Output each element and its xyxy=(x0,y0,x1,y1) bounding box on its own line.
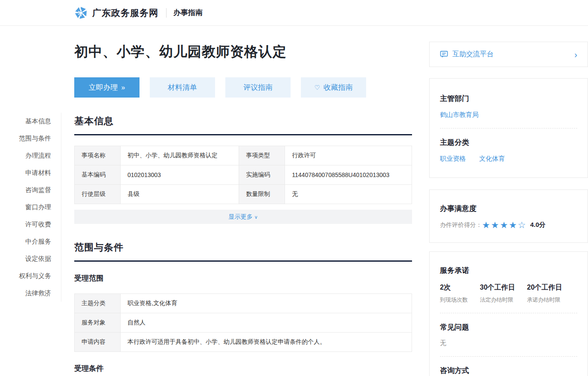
basic-info-heading: 基本信息 xyxy=(74,115,412,135)
sidebar-item-process[interactable]: 办理流程 xyxy=(0,147,61,164)
cell-label: 事项类型 xyxy=(239,146,285,165)
cell-label: 基本编码 xyxy=(75,165,121,185)
chat-icon xyxy=(440,50,448,58)
main-content: 初中、小学、幼儿园教师资格认定 立即办理 » 材料清单 评议指南 ♡ 收藏指南 … xyxy=(74,42,412,376)
cell-value: 本行政许可适用于具备初中、小学、幼儿园教师资格认定申请条件的个人。 xyxy=(121,333,412,352)
stat-promised-deadline: 20个工作日 承诺办结时限 xyxy=(527,283,562,304)
stat-label: 法定办结时限 xyxy=(480,296,515,304)
sidebar-item-license-fees[interactable]: 许可收费 xyxy=(0,216,61,233)
site-logo-icon xyxy=(74,6,88,20)
stat-legal-deadline: 30个工作日 法定办结时限 xyxy=(480,283,515,304)
apply-now-label: 立即办理 xyxy=(89,83,118,92)
chevron-right-icon: › xyxy=(574,50,577,59)
review-guide-button[interactable]: 评议指南 xyxy=(225,77,291,98)
mutual-exchange-platform-card[interactable]: 互助交流平台 › xyxy=(429,42,588,67)
table-row: 事项名称 初中、小学、幼儿园教师资格认定 事项类型 行政许可 xyxy=(75,146,412,165)
right-sidebar: 互助交流平台 › 主管部门 鹤山市教育局 主题分类 职业资格 文化体育 办事满意… xyxy=(429,42,588,376)
basic-info-table: 事项名称 初中、小学、幼儿园教师资格认定 事项类型 行政许可 基本编码 0102… xyxy=(74,146,412,204)
apply-now-button[interactable]: 立即办理 » xyxy=(74,77,139,98)
review-guide-label: 评议指南 xyxy=(243,83,273,92)
cell-value: 自然人 xyxy=(121,313,412,333)
site-title: 广东政务服务网 xyxy=(92,7,158,19)
acceptance-conditions-subheading: 受理条件 xyxy=(74,364,412,373)
materials-list-button[interactable]: 材料清单 xyxy=(150,77,215,98)
sidebar-item-scope-conditions[interactable]: 范围与条件 xyxy=(0,130,61,147)
stat-value: 20个工作日 xyxy=(527,283,562,292)
stat-label: 承诺办结时限 xyxy=(527,296,562,304)
sidebar-item-window-handling[interactable]: 窗口办理 xyxy=(0,199,61,216)
table-row: 主题分类 职业资格,文化体育 xyxy=(75,294,412,313)
materials-list-label: 材料清单 xyxy=(168,83,197,92)
sidebar-item-consult-supervision[interactable]: 咨询监督 xyxy=(0,181,61,199)
department-topics-card: 主管部门 鹤山市教育局 主题分类 职业资格 文化体育 xyxy=(429,78,588,178)
cell-label: 数量限制 xyxy=(239,185,285,204)
table-row: 服务对象 自然人 xyxy=(75,313,412,333)
header-subtitle: 办事指南 xyxy=(173,8,203,18)
topic-link-vocational[interactable]: 职业资格 xyxy=(440,155,466,163)
cell-value: 职业资格,文化体育 xyxy=(121,294,412,313)
cell-value: 0102013003 xyxy=(121,165,239,185)
sidebar-item-rights-obligations[interactable]: 权利与义务 xyxy=(0,267,61,284)
platform-label: 互助交流平台 xyxy=(452,50,574,59)
table-row: 基本编码 0102013003 实施编码 11440784007085588U4… xyxy=(75,165,412,185)
favorite-guide-label: 收藏指南 xyxy=(324,83,353,92)
faq-heading: 常见问题 xyxy=(440,322,577,332)
table-row: 行使层级 县级 数量限制 无 xyxy=(75,185,412,204)
star-rating-icons: ★★★★☆ xyxy=(482,220,527,229)
cell-label: 事项名称 xyxy=(75,146,121,165)
double-arrow-icon: » xyxy=(121,84,125,92)
dashed-divider xyxy=(440,356,577,357)
cell-label: 主题分类 xyxy=(75,294,121,313)
sidebar-item-intermediary-services[interactable]: 中介服务 xyxy=(0,233,61,250)
cell-value: 县级 xyxy=(121,185,239,204)
cell-label: 申请内容 xyxy=(75,333,121,352)
stat-label: 到现场次数 xyxy=(440,296,468,304)
cell-label: 服务对象 xyxy=(75,313,121,333)
stat-site-visits: 2次 到现场次数 xyxy=(440,283,468,304)
sidebar-item-legal-remedy[interactable]: 法律救济 xyxy=(0,284,61,302)
page-title: 初中、小学、幼儿园教师资格认定 xyxy=(74,42,412,61)
favorite-guide-button[interactable]: ♡ 收藏指南 xyxy=(301,77,366,98)
faq-value: 无 xyxy=(440,339,577,347)
service-commitment-card: 服务承诺 2次 到现场次数 30个工作日 法定办结时限 20个工作日 承诺办结时… xyxy=(429,251,588,376)
cell-value: 行政许可 xyxy=(285,146,412,165)
scope-conditions-heading: 范围与条件 xyxy=(74,241,412,262)
commitment-heading: 服务承诺 xyxy=(440,266,577,275)
stat-value: 30个工作日 xyxy=(480,283,515,292)
satisfaction-card: 办事满意度 办件评价得分： ★★★★☆ 4.0分 xyxy=(429,190,588,243)
topics-heading: 主题分类 xyxy=(440,138,577,147)
table-row: 申请内容 本行政许可适用于具备初中、小学、幼儿园教师资格认定申请条件的个人。 xyxy=(75,333,412,352)
dashed-divider xyxy=(440,128,577,128)
show-more-label: 显示更多 xyxy=(228,213,252,220)
cell-label: 行使层级 xyxy=(75,185,121,204)
stat-value: 2次 xyxy=(440,283,468,292)
cell-label: 实施编码 xyxy=(239,165,285,185)
sidebar-item-basic-info[interactable]: 基本信息 xyxy=(0,113,61,130)
rating-label: 办件评价得分： xyxy=(440,221,482,229)
contact-heading: 咨询方式 xyxy=(440,366,577,376)
dashed-divider xyxy=(440,313,577,313)
action-button-row: 立即办理 » 材料清单 评议指南 ♡ 收藏指南 xyxy=(74,77,412,98)
chevron-down-icon: ∨ xyxy=(254,214,258,220)
acceptance-scope-subheading: 受理范围 xyxy=(74,273,412,283)
sidebar-item-application-materials[interactable]: 申请材料 xyxy=(0,164,61,181)
top-header: 广东政务服务网 办事指南 xyxy=(0,0,588,26)
cell-value: 初中、小学、幼儿园教师资格认定 xyxy=(121,146,239,165)
header-divider xyxy=(166,8,167,18)
cell-value: 11440784007085588U40102013003 xyxy=(285,165,412,185)
scope-table: 主题分类 职业资格,文化体育 服务对象 自然人 申请内容 本行政许可适用于具备初… xyxy=(74,293,412,352)
heart-icon: ♡ xyxy=(314,84,320,92)
topic-link-culture-sports[interactable]: 文化体育 xyxy=(479,155,505,163)
page: 广东政务服务网 办事指南 基本信息 范围与条件 办理流程 申请材料 咨询监督 窗… xyxy=(0,0,588,376)
satisfaction-heading: 办事满意度 xyxy=(440,204,577,214)
show-more-button[interactable]: 显示更多∨ xyxy=(74,210,412,224)
sidebar-item-legal-basis[interactable]: 设定依据 xyxy=(0,250,61,267)
cell-value: 无 xyxy=(285,185,412,204)
department-heading: 主管部门 xyxy=(440,94,577,104)
rating-score: 4.0分 xyxy=(530,221,546,229)
department-link[interactable]: 鹤山市教育局 xyxy=(440,111,479,119)
section-anchor-nav: 基本信息 范围与条件 办理流程 申请材料 咨询监督 窗口办理 许可收费 中介服务… xyxy=(0,113,61,302)
